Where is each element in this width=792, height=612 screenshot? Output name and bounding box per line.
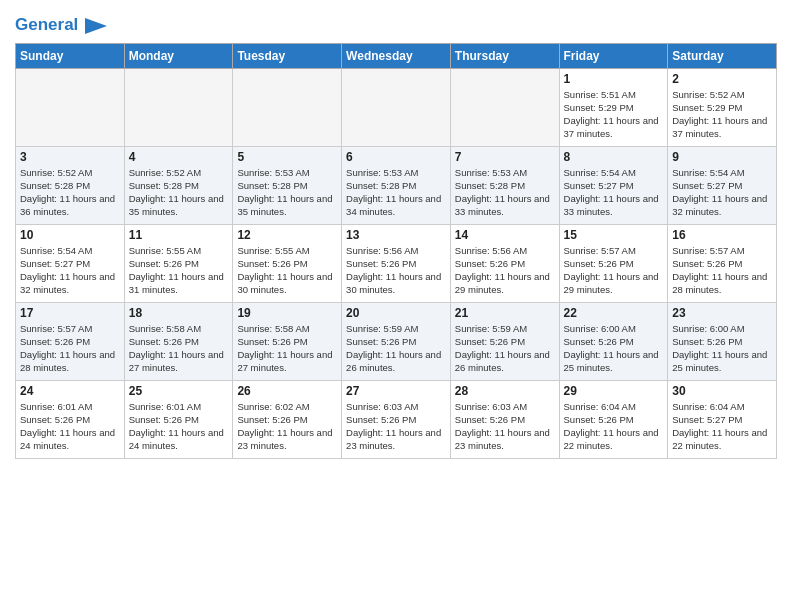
calendar-cell: 7Sunrise: 5:53 AMSunset: 5:28 PMDaylight… [450, 146, 559, 224]
calendar-cell: 21Sunrise: 5:59 AMSunset: 5:26 PMDayligh… [450, 302, 559, 380]
calendar-cell: 16Sunrise: 5:57 AMSunset: 5:26 PMDayligh… [668, 224, 777, 302]
day-number: 10 [20, 228, 120, 242]
day-info: Sunrise: 6:01 AMSunset: 5:26 PMDaylight:… [129, 400, 229, 453]
calendar-cell: 2Sunrise: 5:52 AMSunset: 5:29 PMDaylight… [668, 68, 777, 146]
calendar-cell: 13Sunrise: 5:56 AMSunset: 5:26 PMDayligh… [342, 224, 451, 302]
day-info: Sunrise: 5:51 AMSunset: 5:29 PMDaylight:… [564, 88, 664, 141]
day-info: Sunrise: 5:58 AMSunset: 5:26 PMDaylight:… [129, 322, 229, 375]
week-row-3: 10Sunrise: 5:54 AMSunset: 5:27 PMDayligh… [16, 224, 777, 302]
day-number: 27 [346, 384, 446, 398]
day-number: 22 [564, 306, 664, 320]
calendar-cell: 12Sunrise: 5:55 AMSunset: 5:26 PMDayligh… [233, 224, 342, 302]
day-number: 13 [346, 228, 446, 242]
calendar-cell: 15Sunrise: 5:57 AMSunset: 5:26 PMDayligh… [559, 224, 668, 302]
calendar-cell: 14Sunrise: 5:56 AMSunset: 5:26 PMDayligh… [450, 224, 559, 302]
day-number: 11 [129, 228, 229, 242]
logo: General [15, 15, 107, 35]
calendar-cell [124, 68, 233, 146]
week-row-2: 3Sunrise: 5:52 AMSunset: 5:28 PMDaylight… [16, 146, 777, 224]
day-info: Sunrise: 6:00 AMSunset: 5:26 PMDaylight:… [672, 322, 772, 375]
day-info: Sunrise: 5:55 AMSunset: 5:26 PMDaylight:… [237, 244, 337, 297]
day-info: Sunrise: 5:53 AMSunset: 5:28 PMDaylight:… [455, 166, 555, 219]
calendar-cell: 8Sunrise: 5:54 AMSunset: 5:27 PMDaylight… [559, 146, 668, 224]
page: General SundayMondayTuesdayWednesdayThur… [0, 0, 792, 474]
day-number: 18 [129, 306, 229, 320]
calendar-cell: 4Sunrise: 5:52 AMSunset: 5:28 PMDaylight… [124, 146, 233, 224]
calendar-table: SundayMondayTuesdayWednesdayThursdayFrid… [15, 43, 777, 459]
calendar-cell [16, 68, 125, 146]
day-info: Sunrise: 5:58 AMSunset: 5:26 PMDaylight:… [237, 322, 337, 375]
day-info: Sunrise: 5:52 AMSunset: 5:28 PMDaylight:… [129, 166, 229, 219]
week-row-5: 24Sunrise: 6:01 AMSunset: 5:26 PMDayligh… [16, 380, 777, 458]
day-info: Sunrise: 5:57 AMSunset: 5:26 PMDaylight:… [564, 244, 664, 297]
calendar-cell: 5Sunrise: 5:53 AMSunset: 5:28 PMDaylight… [233, 146, 342, 224]
day-info: Sunrise: 5:54 AMSunset: 5:27 PMDaylight:… [564, 166, 664, 219]
day-info: Sunrise: 5:59 AMSunset: 5:26 PMDaylight:… [455, 322, 555, 375]
day-info: Sunrise: 6:03 AMSunset: 5:26 PMDaylight:… [346, 400, 446, 453]
weekday-header-saturday: Saturday [668, 43, 777, 68]
weekday-header-thursday: Thursday [450, 43, 559, 68]
day-info: Sunrise: 5:54 AMSunset: 5:27 PMDaylight:… [20, 244, 120, 297]
day-info: Sunrise: 5:55 AMSunset: 5:26 PMDaylight:… [129, 244, 229, 297]
logo-arrow-icon [85, 18, 107, 34]
calendar-cell: 20Sunrise: 5:59 AMSunset: 5:26 PMDayligh… [342, 302, 451, 380]
day-info: Sunrise: 5:53 AMSunset: 5:28 PMDaylight:… [346, 166, 446, 219]
calendar-cell: 30Sunrise: 6:04 AMSunset: 5:27 PMDayligh… [668, 380, 777, 458]
day-number: 28 [455, 384, 555, 398]
day-info: Sunrise: 5:57 AMSunset: 5:26 PMDaylight:… [20, 322, 120, 375]
day-number: 25 [129, 384, 229, 398]
calendar-cell: 29Sunrise: 6:04 AMSunset: 5:26 PMDayligh… [559, 380, 668, 458]
day-info: Sunrise: 5:56 AMSunset: 5:26 PMDaylight:… [455, 244, 555, 297]
calendar-cell: 6Sunrise: 5:53 AMSunset: 5:28 PMDaylight… [342, 146, 451, 224]
calendar-cell [450, 68, 559, 146]
day-info: Sunrise: 5:54 AMSunset: 5:27 PMDaylight:… [672, 166, 772, 219]
day-number: 6 [346, 150, 446, 164]
svg-marker-0 [85, 18, 107, 34]
week-row-4: 17Sunrise: 5:57 AMSunset: 5:26 PMDayligh… [16, 302, 777, 380]
calendar-cell: 25Sunrise: 6:01 AMSunset: 5:26 PMDayligh… [124, 380, 233, 458]
day-info: Sunrise: 6:02 AMSunset: 5:26 PMDaylight:… [237, 400, 337, 453]
week-row-1: 1Sunrise: 5:51 AMSunset: 5:29 PMDaylight… [16, 68, 777, 146]
day-number: 12 [237, 228, 337, 242]
day-number: 16 [672, 228, 772, 242]
day-number: 8 [564, 150, 664, 164]
day-info: Sunrise: 6:04 AMSunset: 5:26 PMDaylight:… [564, 400, 664, 453]
day-info: Sunrise: 5:53 AMSunset: 5:28 PMDaylight:… [237, 166, 337, 219]
calendar-cell: 28Sunrise: 6:03 AMSunset: 5:26 PMDayligh… [450, 380, 559, 458]
day-number: 17 [20, 306, 120, 320]
day-info: Sunrise: 5:59 AMSunset: 5:26 PMDaylight:… [346, 322, 446, 375]
day-info: Sunrise: 6:00 AMSunset: 5:26 PMDaylight:… [564, 322, 664, 375]
header-row: SundayMondayTuesdayWednesdayThursdayFrid… [16, 43, 777, 68]
day-info: Sunrise: 6:01 AMSunset: 5:26 PMDaylight:… [20, 400, 120, 453]
day-info: Sunrise: 5:56 AMSunset: 5:26 PMDaylight:… [346, 244, 446, 297]
calendar-cell: 1Sunrise: 5:51 AMSunset: 5:29 PMDaylight… [559, 68, 668, 146]
calendar-cell [233, 68, 342, 146]
calendar-cell: 10Sunrise: 5:54 AMSunset: 5:27 PMDayligh… [16, 224, 125, 302]
day-number: 15 [564, 228, 664, 242]
day-info: Sunrise: 5:52 AMSunset: 5:29 PMDaylight:… [672, 88, 772, 141]
day-number: 20 [346, 306, 446, 320]
weekday-header-monday: Monday [124, 43, 233, 68]
day-info: Sunrise: 6:04 AMSunset: 5:27 PMDaylight:… [672, 400, 772, 453]
calendar-cell: 3Sunrise: 5:52 AMSunset: 5:28 PMDaylight… [16, 146, 125, 224]
day-info: Sunrise: 5:57 AMSunset: 5:26 PMDaylight:… [672, 244, 772, 297]
calendar-cell: 9Sunrise: 5:54 AMSunset: 5:27 PMDaylight… [668, 146, 777, 224]
day-number: 7 [455, 150, 555, 164]
weekday-header-friday: Friday [559, 43, 668, 68]
calendar-cell: 24Sunrise: 6:01 AMSunset: 5:26 PMDayligh… [16, 380, 125, 458]
calendar-cell: 19Sunrise: 5:58 AMSunset: 5:26 PMDayligh… [233, 302, 342, 380]
day-info: Sunrise: 5:52 AMSunset: 5:28 PMDaylight:… [20, 166, 120, 219]
day-number: 19 [237, 306, 337, 320]
day-number: 29 [564, 384, 664, 398]
day-number: 4 [129, 150, 229, 164]
day-number: 24 [20, 384, 120, 398]
weekday-header-tuesday: Tuesday [233, 43, 342, 68]
calendar-cell: 18Sunrise: 5:58 AMSunset: 5:26 PMDayligh… [124, 302, 233, 380]
calendar-cell: 26Sunrise: 6:02 AMSunset: 5:26 PMDayligh… [233, 380, 342, 458]
day-number: 21 [455, 306, 555, 320]
calendar-cell: 11Sunrise: 5:55 AMSunset: 5:26 PMDayligh… [124, 224, 233, 302]
day-number: 23 [672, 306, 772, 320]
weekday-header-sunday: Sunday [16, 43, 125, 68]
calendar-cell: 27Sunrise: 6:03 AMSunset: 5:26 PMDayligh… [342, 380, 451, 458]
calendar-cell: 22Sunrise: 6:00 AMSunset: 5:26 PMDayligh… [559, 302, 668, 380]
